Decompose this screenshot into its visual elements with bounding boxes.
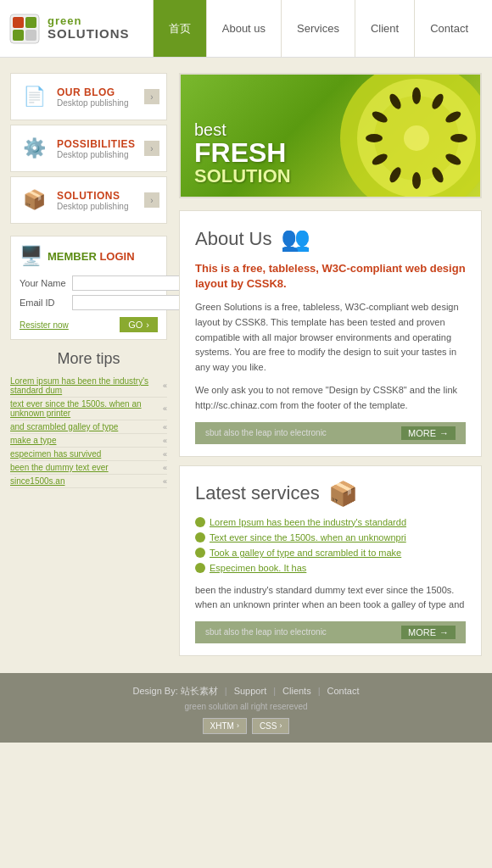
tip-arrow: « <box>163 450 167 459</box>
kiwi-image <box>336 73 482 198</box>
solutions-sub: Desktop publishing <box>57 202 144 211</box>
svg-point-11 <box>450 134 467 142</box>
service-dot-icon <box>195 532 205 542</box>
tip-link[interactable]: especimen has survived <box>10 449 159 459</box>
login-name-row: Your Name <box>20 275 158 291</box>
member-login-header: 🖥️ MEMBER LOGIN <box>20 245 158 267</box>
blog-box-possibilities[interactable]: ⚙️ POSSIBILITIES Desktop publishing › <box>10 125 167 172</box>
blog-box-title: OUR BLOG <box>57 86 144 98</box>
service-link[interactable]: Took a galley of type and scrambled it t… <box>210 547 401 559</box>
tip-arrow: « <box>163 464 167 472</box>
go-arrow-icon: › <box>146 320 149 330</box>
svg-rect-1 <box>13 17 24 28</box>
blog-box-solutions[interactable]: 📦 SOLUTIONS Desktop publishing › <box>10 176 167 224</box>
services-header: Latest services 📦 <box>195 480 466 508</box>
footer-clients-link[interactable]: Clients <box>282 686 311 696</box>
svg-rect-4 <box>25 30 36 41</box>
about-more-button[interactable]: sbut also the leap into electronic MORE … <box>195 422 466 444</box>
services-arrow-icon: → <box>439 627 449 637</box>
monitor-icon: 🖥️ <box>20 245 42 267</box>
about-more-label: sbut also the leap into electronic <box>205 428 327 437</box>
footer-contact-link[interactable]: Contact <box>327 686 360 696</box>
css-label: CSS <box>260 721 277 731</box>
service-link[interactable]: Lorem Ipsum has been the industry's stan… <box>210 516 406 528</box>
register-link[interactable]: Resister now <box>20 320 69 330</box>
svg-point-20 <box>404 125 429 151</box>
nav-about[interactable]: About us <box>206 0 281 57</box>
solutions-title: SOLUTIONS <box>57 190 144 202</box>
css-badge[interactable]: CSS › <box>252 718 290 734</box>
blog-icon: 📄 <box>18 81 50 113</box>
services-more-button[interactable]: sbut also the leap into electronic MORE … <box>195 621 466 643</box>
nav-client[interactable]: Client <box>355 0 414 57</box>
about-more-text: MORE <box>408 428 436 438</box>
footer-badges: XHTM › CSS › <box>10 718 482 734</box>
logo-green: green <box>48 15 130 27</box>
latest-services-section: Latest services 📦 Lorem Ipsum has been t… <box>179 465 482 656</box>
email-label: Email ID <box>20 298 72 308</box>
service-link[interactable]: Especimen book. It has <box>210 562 306 574</box>
list-item: Took a galley of type and scrambled it t… <box>195 547 466 559</box>
service-link[interactable]: Text ever since the 1500s. when an unkno… <box>210 531 406 543</box>
xhtml-badge[interactable]: XHTM › <box>203 718 247 734</box>
member-login-panel: 🖥️ MEMBER LOGIN Your Name Email ID Resis… <box>10 236 167 340</box>
tip-link[interactable]: been the dummy text ever <box>10 463 159 472</box>
list-item: Text ever since the 1500s. when an unkno… <box>195 531 466 543</box>
logo-area: green SOLUTIONS <box>8 13 144 45</box>
solutions-arrow[interactable]: › <box>144 192 159 208</box>
tip-link[interactable]: text ever since the 1500s. when an unkno… <box>10 399 159 418</box>
tips-list: Lorem ipsum has been the industry's stan… <box>10 375 167 488</box>
footer-support-link[interactable]: Support <box>234 686 267 696</box>
possibilities-title: POSSIBILITIES <box>57 138 144 150</box>
list-item: text ever since the 1500s. when an unkno… <box>10 398 167 420</box>
main-nav: 首页 About us Services Client Contact <box>144 0 484 57</box>
banner-fresh: FRESH <box>194 139 291 166</box>
tip-link[interactable]: since1500s.an <box>10 476 159 486</box>
tip-arrow: « <box>163 381 167 390</box>
logo-icon <box>8 13 41 45</box>
tip-link[interactable]: make a type <box>10 436 159 445</box>
tip-link[interactable]: Lorem ipsum has been the industry's stan… <box>10 376 159 395</box>
name-input[interactable] <box>72 275 196 291</box>
footer-sep2: | <box>273 686 276 696</box>
about-us-header: About Us 👥 <box>195 225 466 253</box>
login-footer: Resister now GO › <box>20 317 158 332</box>
xhtml-label: XHTM <box>210 721 234 731</box>
logo-text: green SOLUTIONS <box>48 15 130 42</box>
svg-point-17 <box>366 134 383 142</box>
possibilities-arrow[interactable]: › <box>144 141 159 156</box>
about-us-title: About Us <box>195 228 272 250</box>
tip-arrow: « <box>163 423 167 431</box>
footer-sep3: | <box>318 686 321 696</box>
email-input[interactable] <box>72 295 196 310</box>
nav-contact[interactable]: Contact <box>414 0 484 57</box>
possibilities-icon: ⚙️ <box>18 132 50 164</box>
about-more-right: MORE → <box>401 426 456 440</box>
list-item: Especimen book. It has <box>195 562 466 574</box>
possibilities-text: POSSIBILITIES Desktop publishing <box>57 138 144 159</box>
right-content: best FRESH SOLUTION About Us 👥 This is a… <box>179 73 482 665</box>
list-item: make a type« <box>10 434 167 448</box>
more-tips-title: More tips <box>10 350 167 368</box>
blog-box-ourblog[interactable]: 📄 OUR BLOG Desktop publishing › <box>10 73 167 120</box>
nav-home[interactable]: 首页 <box>153 0 206 57</box>
footer-sep: | <box>225 686 227 696</box>
services-more-label: sbut also the leap into electronic <box>205 627 327 637</box>
list-item: Lorem ipsum has been the industry's stan… <box>10 375 167 398</box>
people-icon: 👥 <box>281 225 310 253</box>
nav-services[interactable]: Services <box>281 0 355 57</box>
services-more-text: MORE <box>408 627 436 637</box>
tip-link[interactable]: and scrambled galley of type <box>10 422 159 431</box>
go-button[interactable]: GO › <box>120 317 158 332</box>
service-dot-icon <box>195 517 205 527</box>
svg-point-14 <box>412 172 421 189</box>
blog-box-arrow[interactable]: › <box>144 89 159 104</box>
package-icon: 📦 <box>328 480 358 508</box>
xhtml-arrow-icon: › <box>237 721 239 730</box>
svg-point-8 <box>412 87 421 104</box>
svg-rect-3 <box>13 30 24 41</box>
about-highlight: This is a free, tableless, W3C-compliant… <box>195 261 466 292</box>
banner-text: best FRESH SOLUTION <box>194 120 291 186</box>
service-dot-icon <box>195 563 205 573</box>
login-email-row: Email ID <box>20 295 158 310</box>
